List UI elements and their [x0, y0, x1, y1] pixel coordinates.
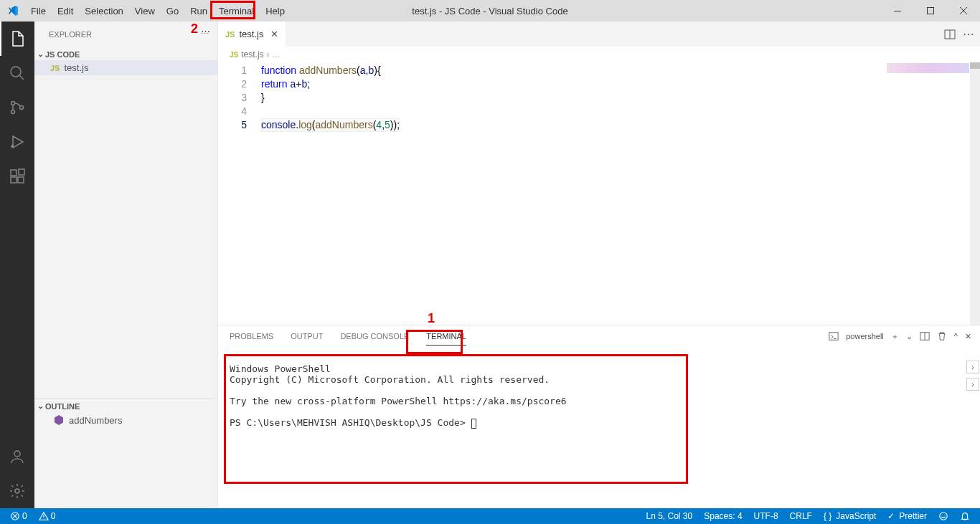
outline-item-addnumbers[interactable]: addNumbers: [34, 412, 217, 428]
svg-rect-8: [11, 177, 17, 183]
code-content[interactable]: function addNumbers(a,b){ return a+b;} c…: [261, 64, 400, 325]
side-chevron-icon[interactable]: ›: [966, 361, 979, 373]
run-debug-icon[interactable]: [0, 125, 34, 159]
file-item-testjs[interactable]: JS test.js: [34, 60, 217, 75]
line-numbers: 12345: [218, 64, 261, 325]
shell-icon[interactable]: [829, 331, 839, 341]
explorer-title: EXPLORER: [49, 30, 92, 39]
maximize-button[interactable]: [914, 0, 947, 22]
status-bar: 0 0 Ln 5, Col 30 Spaces: 4 UTF-8 CRLF { …: [0, 508, 980, 524]
svg-rect-10: [19, 169, 24, 175]
panel-tabs: PROBLEMS OUTPUT DEBUG CONSOLE TERMINAL p…: [218, 325, 980, 347]
svg-rect-9: [18, 177, 24, 183]
terminal-content[interactable]: Windows PowerShell Copyright (C) Microso…: [218, 347, 980, 508]
editor-tabs: JS test.js ✕ ⋯: [218, 22, 980, 47]
shell-label[interactable]: powershell: [846, 332, 884, 340]
svg-point-2: [11, 67, 21, 77]
panel-tab-debug-console[interactable]: DEBUG CONSOLE: [340, 328, 409, 345]
svg-point-19: [940, 513, 948, 520]
project-header[interactable]: ⌄ JS CODE: [34, 48, 217, 60]
close-tab-icon[interactable]: ✕: [270, 29, 278, 39]
side-toggle-buttons: › ›: [966, 361, 979, 391]
svg-point-4: [11, 110, 15, 114]
kill-terminal-icon[interactable]: [937, 331, 947, 341]
close-panel-icon[interactable]: ✕: [965, 332, 971, 341]
outline-header[interactable]: ⌄ OUTLINE: [34, 400, 217, 412]
status-ln-col[interactable]: Ln 5, Col 30: [643, 511, 695, 521]
overview-ruler[interactable]: [970, 62, 980, 325]
explorer-more-icon[interactable]: ⋯: [201, 29, 209, 39]
status-bell-icon[interactable]: [957, 511, 973, 521]
settings-gear-icon[interactable]: [0, 474, 34, 508]
vscode-logo-icon: [0, 5, 25, 16]
new-terminal-icon[interactable]: ＋: [891, 331, 899, 342]
js-file-icon: JS: [50, 64, 60, 72]
minimap[interactable]: [887, 63, 969, 73]
menu-edit[interactable]: Edit: [52, 0, 79, 22]
panel: PROBLEMS OUTPUT DEBUG CONSOLE TERMINAL p…: [218, 325, 980, 508]
activity-bar: [0, 22, 34, 508]
menu-terminal[interactable]: Terminal: [213, 0, 260, 22]
menu-selection[interactable]: Selection: [79, 0, 128, 22]
menu-view[interactable]: View: [129, 0, 161, 22]
svg-point-5: [20, 106, 24, 110]
svg-rect-7: [11, 170, 17, 176]
extensions-icon[interactable]: [0, 159, 34, 194]
svg-rect-0: [894, 11, 901, 11]
panel-tab-output[interactable]: OUTPUT: [291, 328, 323, 345]
menu-bar: File Edit Selection View Go Run Terminal…: [0, 0, 980, 22]
account-icon[interactable]: [0, 439, 34, 474]
sidebar: EXPLORER ⋯ ⌄ JS CODE JS test.js ⌄ OUTLIN…: [34, 22, 218, 508]
chevron-down-icon: ⌄: [37, 49, 44, 59]
search-icon[interactable]: [0, 56, 34, 90]
code-editor[interactable]: 12345 function addNumbers(a,b){ return a…: [218, 62, 980, 325]
more-actions-icon[interactable]: ⋯: [963, 27, 974, 41]
menu-file[interactable]: File: [25, 0, 52, 22]
js-file-icon: JS: [230, 51, 238, 59]
svg-rect-1: [928, 8, 934, 14]
maximize-panel-icon[interactable]: ^: [954, 332, 958, 340]
window-title: test.js - JS Code - Visual Studio Code: [412, 6, 567, 16]
menu-run[interactable]: Run: [184, 0, 213, 22]
menu-help[interactable]: Help: [260, 0, 291, 22]
split-editor-icon[interactable]: [944, 29, 956, 40]
side-chevron-icon[interactable]: ›: [966, 378, 979, 391]
minimize-button[interactable]: [881, 0, 914, 22]
menu-go[interactable]: Go: [161, 0, 184, 22]
method-icon: [53, 414, 65, 426]
status-eol[interactable]: CRLF: [787, 511, 815, 521]
panel-tab-terminal[interactable]: TERMINAL: [426, 328, 466, 346]
svg-point-12: [15, 489, 19, 493]
breadcrumb[interactable]: JS test.js › ...: [218, 47, 980, 62]
status-feedback-icon[interactable]: [936, 511, 951, 521]
status-prettier[interactable]: ✓Prettier: [885, 511, 930, 521]
editor-area: JS test.js ✕ ⋯ JS test.js › ... 12345 fu…: [218, 22, 980, 508]
svg-point-6: [11, 145, 14, 148]
explorer-icon[interactable]: [0, 22, 34, 56]
status-warnings[interactable]: 0: [36, 511, 59, 521]
status-encoding[interactable]: UTF-8: [751, 511, 781, 521]
split-terminal-icon[interactable]: [920, 331, 930, 341]
status-errors[interactable]: 0: [7, 511, 30, 521]
chevron-down-icon: ⌄: [37, 401, 44, 411]
js-file-icon: JS: [225, 30, 235, 39]
tab-testjs[interactable]: JS test.js ✕: [218, 22, 286, 47]
source-control-icon[interactable]: [0, 90, 34, 125]
close-button[interactable]: [947, 0, 980, 22]
terminal-dropdown-icon[interactable]: ⌄: [906, 332, 913, 341]
panel-tab-problems[interactable]: PROBLEMS: [230, 328, 273, 345]
status-language[interactable]: { }JavaScript: [821, 511, 879, 521]
status-spaces[interactable]: Spaces: 4: [701, 511, 745, 521]
svg-point-11: [14, 451, 20, 457]
svg-point-3: [11, 102, 15, 105]
